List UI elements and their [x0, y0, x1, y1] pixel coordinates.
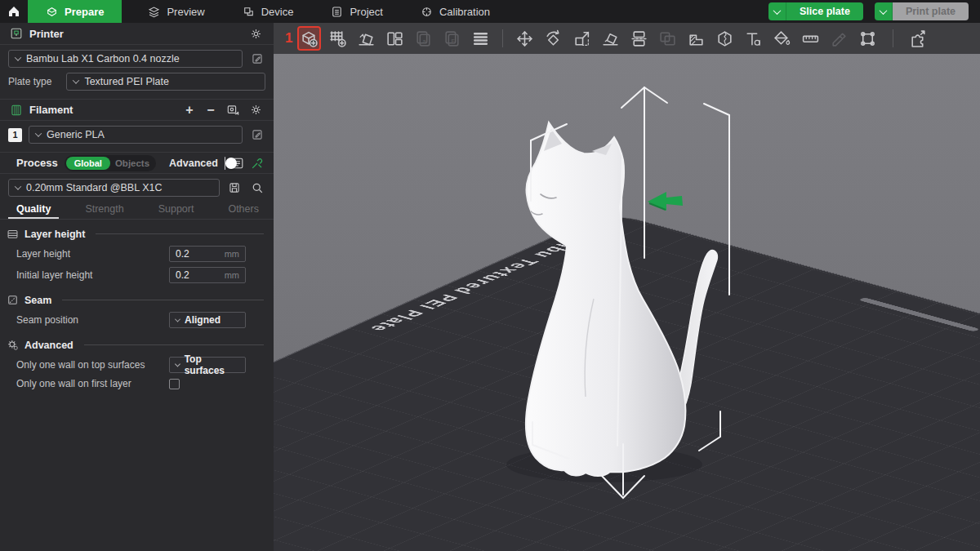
layer-height-value[interactable]: [176, 248, 215, 260]
mesh-boolean-icon: [658, 29, 677, 48]
printer-preset-select[interactable]: Bambu Lab X1 Carbon 0.4 nozzle: [8, 50, 243, 68]
selection-frame-button[interactable]: [858, 28, 878, 49]
text-button[interactable]: [743, 28, 764, 49]
fuzzy-skin-button[interactable]: [715, 28, 735, 49]
ams-sync-button[interactable]: [225, 102, 241, 118]
layer-height-icon: [7, 228, 19, 240]
add-plate-icon: [328, 29, 347, 48]
calibration-icon: [421, 6, 433, 18]
move-button[interactable]: [514, 28, 535, 49]
seam-position-select[interactable]: Aligned: [169, 312, 246, 328]
filament-settings-button[interactable]: [247, 102, 264, 118]
tab-preview[interactable]: Preview: [136, 0, 216, 23]
group-title: Seam: [24, 295, 51, 306]
toolbar-separator: [502, 29, 503, 47]
filament-section-header: Filament + −: [0, 99, 274, 121]
param-label: Only one wall on top surfaces: [16, 359, 169, 371]
slice-dropdown-button[interactable]: [768, 2, 786, 20]
add-object-button[interactable]: [299, 28, 319, 49]
unit-label: mm: [225, 249, 239, 259]
support-painting-button[interactable]: [686, 28, 706, 49]
one-wall-first-layer-checkbox[interactable]: [169, 379, 180, 389]
rotate-icon: [544, 29, 563, 48]
svg-text:a: a: [423, 37, 427, 44]
auto-orient-button[interactable]: [356, 28, 376, 49]
split-to-objects-button[interactable]: a: [413, 28, 434, 49]
scene-overlay: [274, 54, 980, 551]
toolbar-separator: [893, 29, 893, 47]
tab-quality[interactable]: Quality: [8, 203, 59, 219]
cut-button[interactable]: [629, 28, 649, 49]
mesh-boolean-button[interactable]: [657, 28, 678, 49]
filament-preset-select[interactable]: Generic PLA: [29, 126, 243, 144]
print-dropdown-button[interactable]: [875, 2, 893, 20]
rotate-button[interactable]: [543, 28, 564, 49]
tab-others[interactable]: Others: [220, 203, 267, 219]
filament-preset-row: 1 Generic PLA: [0, 121, 274, 152]
variable-layer-height-button[interactable]: [470, 28, 491, 49]
initial-layer-height-value[interactable]: [176, 269, 215, 281]
process-preset-value: 0.20mm Standard @BBL X1C: [26, 182, 162, 193]
edit-icon: [251, 52, 264, 65]
initial-layer-height-input[interactable]: mm: [169, 267, 246, 283]
seam-position-value: Aligned: [185, 314, 220, 326]
scope-objects-button[interactable]: Objects: [115, 158, 149, 168]
chevron-down-icon: [879, 7, 887, 15]
cat-body: [526, 122, 685, 476]
scale-icon: [572, 29, 591, 48]
printer-settings-button[interactable]: [247, 25, 264, 42]
one-wall-top-select[interactable]: Top surfaces: [169, 357, 246, 373]
top-bar: Prepare Preview Device Project Calibrati…: [0, 0, 980, 23]
tab-support[interactable]: Support: [150, 203, 203, 219]
printer-section-header: Printer: [0, 23, 274, 45]
tab-label: Project: [350, 6, 382, 18]
process-preset-select[interactable]: 0.20mm Standard @BBL X1C: [8, 179, 220, 197]
color-painting-button[interactable]: [772, 28, 792, 49]
chevron-down-icon: [15, 183, 21, 189]
text-icon: [744, 29, 763, 48]
printer-edit-button[interactable]: [249, 51, 265, 67]
printer-preset-row: Bambu Lab X1 Carbon 0.4 nozzle: [0, 45, 274, 71]
tab-prepare[interactable]: Prepare: [28, 0, 122, 23]
process-preset-row: 0.20mm Standard @BBL X1C: [0, 174, 274, 200]
scale-button[interactable]: [572, 28, 592, 49]
measure-button[interactable]: [800, 28, 821, 49]
compare-presets-button[interactable]: [251, 155, 264, 171]
arrange-button[interactable]: [385, 28, 405, 49]
tab-strength[interactable]: Strength: [77, 203, 131, 219]
advanced-toggle-label: Advanced: [169, 158, 218, 169]
place-on-face-button[interactable]: [600, 28, 621, 49]
assembly-view-button[interactable]: [908, 28, 929, 49]
search-icon: [251, 181, 264, 194]
remove-filament-button[interactable]: −: [203, 103, 218, 118]
seam-painting-button[interactable]: [829, 28, 849, 49]
layer-height-input[interactable]: mm: [169, 246, 246, 262]
sidebar: Printer Bambu Lab X1 Carbon 0.4 nozzle P…: [0, 23, 274, 551]
plate-type-select[interactable]: Textured PEI Plate: [66, 73, 265, 91]
slice-plate-button[interactable]: Slice plate: [786, 2, 863, 20]
process-section-title: Process: [16, 157, 58, 169]
filament-edit-button[interactable]: [249, 127, 265, 143]
device-icon: [243, 6, 255, 18]
print-plate-button[interactable]: Print plate: [893, 2, 969, 20]
gear-icon: [250, 104, 262, 116]
process-tabs: Quality Strength Support Others: [0, 200, 274, 220]
tab-project[interactable]: Project: [319, 0, 394, 23]
plate-type-value: Textured PEI Plate: [84, 76, 169, 87]
param-label: Initial layer height: [16, 269, 169, 281]
add-filament-button[interactable]: +: [182, 103, 197, 118]
tab-label: Prepare: [65, 6, 104, 18]
seam-icon: [7, 294, 19, 306]
home-button[interactable]: [0, 0, 28, 23]
add-plate-button[interactable]: [327, 28, 348, 49]
scope-global-button[interactable]: Global: [66, 157, 110, 170]
tools-icon: [251, 157, 264, 170]
3d-viewport[interactable]: Bambu Textured PEI Plate: [274, 54, 980, 551]
tab-calibration[interactable]: Calibration: [409, 0, 501, 23]
param-row-seam-position: Seam position Aligned: [0, 309, 274, 331]
split-to-parts-button[interactable]: F: [442, 28, 462, 49]
tab-device[interactable]: Device: [231, 0, 305, 23]
save-preset-button[interactable]: [226, 180, 243, 196]
search-settings-button[interactable]: [249, 180, 265, 196]
filament-slot-badge[interactable]: 1: [8, 128, 22, 142]
